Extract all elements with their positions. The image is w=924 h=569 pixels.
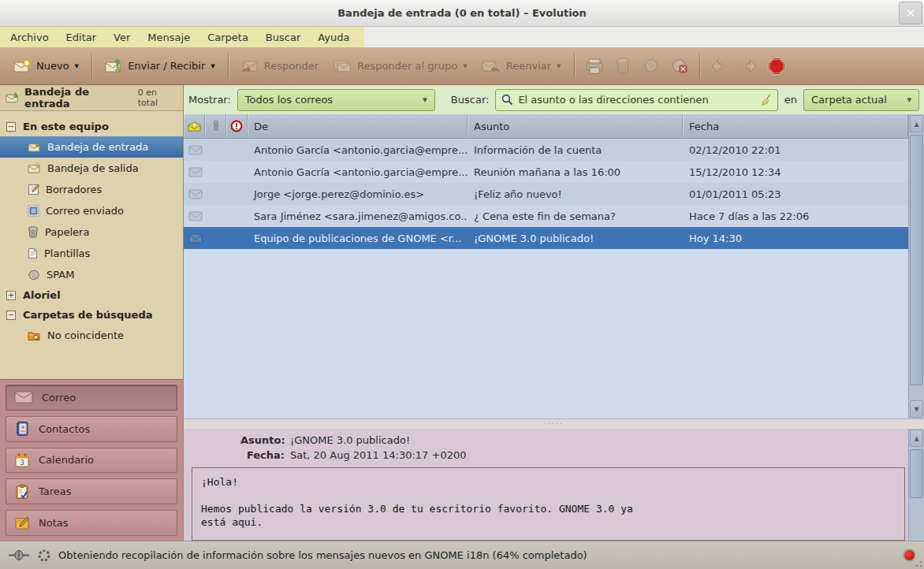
mail-from: Antonio García <antonio.garcia@empre... xyxy=(248,144,468,156)
mail-status-cell xyxy=(184,233,248,244)
menu-ver[interactable]: Ver xyxy=(105,27,139,47)
folder-spam[interactable]: SPAM xyxy=(0,264,183,285)
delete-button[interactable] xyxy=(609,52,637,80)
priority-icon xyxy=(230,120,243,132)
folder-label: Papelera xyxy=(45,226,89,238)
folder-papelera[interactable]: Papelera xyxy=(0,221,183,243)
send-receive-button[interactable]: Enviar / Recibir ▾ xyxy=(98,54,222,77)
list-scrollbar[interactable]: ▲ ▼ xyxy=(908,114,924,418)
paperclip-icon xyxy=(211,120,220,132)
menu-carpeta[interactable]: Carpeta xyxy=(199,27,257,47)
printer-icon xyxy=(585,58,604,74)
previous-button[interactable] xyxy=(706,52,734,80)
mail-from: Antonio Gacría <antonio.garcia@empre... xyxy=(248,166,468,178)
pane-splitter[interactable]: ····· xyxy=(184,418,924,429)
scroll-track[interactable] xyxy=(910,448,923,541)
search-folder-icon xyxy=(28,330,41,341)
toolbar-separator xyxy=(91,54,92,78)
show-filter-dropdown[interactable]: Todos los correos ▾ xyxy=(237,89,435,111)
show-filter-value: Todos los correos xyxy=(245,94,333,106)
toolbar-separator xyxy=(574,54,575,78)
mail-row[interactable]: Antonio García <antonio.garcia@empre... … xyxy=(184,139,908,161)
forward-button[interactable]: Reenviar ▾ xyxy=(475,54,568,77)
scroll-track[interactable] xyxy=(910,133,923,400)
envelope-read-icon xyxy=(188,189,203,199)
mail-row-selected[interactable]: Equipo de publicaciones de GNOME <r... ¡… xyxy=(184,227,908,249)
in-label: en xyxy=(784,94,797,106)
folder-correo-enviado[interactable]: Correo enviado xyxy=(0,200,183,221)
reply-group-button[interactable]: Responder al grupo ▾ xyxy=(326,54,475,77)
not-junk-button[interactable] xyxy=(665,52,694,80)
print-button[interactable] xyxy=(580,52,609,80)
mail-from: Equipo de publicaciones de GNOME <r... xyxy=(248,232,468,244)
reply-group-label: Responder al grupo xyxy=(357,60,457,72)
folder-plantillas[interactable]: Plantillas xyxy=(0,243,183,264)
column-header-fecha[interactable]: Fecha xyxy=(683,114,908,138)
expander-open-icon[interactable]: − xyxy=(6,311,16,320)
search-label: Buscar: xyxy=(451,94,490,106)
scope-dropdown[interactable]: Carpeta actual ▾ xyxy=(803,89,919,111)
next-button[interactable] xyxy=(734,52,762,80)
mail-view: Mostrar: Todos los correos ▾ Buscar: en … xyxy=(184,85,924,541)
scroll-thumb[interactable] xyxy=(910,135,923,385)
menu-buscar[interactable]: Buscar xyxy=(257,27,309,47)
stop-button[interactable] xyxy=(762,52,791,80)
expander-open-icon[interactable]: − xyxy=(6,122,16,132)
close-button[interactable]: ✕ xyxy=(899,2,922,24)
mail-row[interactable]: Sara Jiménez <sara.jimenez@amigos.co... … xyxy=(184,205,908,227)
menu-archivo[interactable]: Archivo xyxy=(2,27,58,47)
junk-icon xyxy=(643,58,659,73)
tree-group-local[interactable]: − En este equipo xyxy=(0,117,183,136)
folder-label: Bandeja de salida xyxy=(47,162,139,174)
search-entry xyxy=(495,89,777,111)
folder-borradores[interactable]: Borradores xyxy=(0,179,183,200)
mail-row[interactable]: Antonio Gacría <antonio.garcia@empre... … xyxy=(184,161,908,183)
preview-scrollbar[interactable]: ▲ xyxy=(908,429,924,541)
switcher-tareas[interactable]: Tareas xyxy=(6,478,177,504)
scroll-up-button[interactable]: ▲ xyxy=(910,430,923,447)
online-status-icon[interactable] xyxy=(8,550,30,560)
tree-group-busqueda[interactable]: − Carpetas de búsqueda xyxy=(0,305,183,325)
new-button[interactable]: Nuevo ▾ xyxy=(6,54,86,77)
mail-date: 01/01/2011 05:23 xyxy=(683,188,908,200)
menu-mensaje[interactable]: Mensaje xyxy=(139,27,199,47)
mail-status-cell xyxy=(184,189,248,199)
folder-no-coincidente[interactable]: No coincidente xyxy=(0,325,183,346)
column-label: Fecha xyxy=(689,121,719,132)
tree-group-local-label: En este equipo xyxy=(23,121,109,132)
tree-group-aloriel-label: Aloriel xyxy=(23,289,61,301)
junk-button[interactable] xyxy=(637,52,665,80)
resize-grip[interactable] xyxy=(915,560,922,567)
column-header-de[interactable]: De xyxy=(248,114,468,138)
mail-icon xyxy=(14,391,33,404)
priority-column-header[interactable] xyxy=(226,114,248,138)
scroll-down-button[interactable]: ▼ xyxy=(910,400,923,418)
switcher-calendario[interactable]: 3 Calendario xyxy=(6,448,177,474)
expander-closed-icon[interactable]: + xyxy=(6,291,16,300)
switcher-correo[interactable]: Correo xyxy=(6,385,177,411)
mail-status-cell xyxy=(184,145,248,155)
column-header-asunto[interactable]: Asunto xyxy=(468,114,683,138)
envelope-read-icon xyxy=(188,145,203,155)
status-column-header[interactable] xyxy=(184,114,205,138)
clear-search-broom-icon[interactable] xyxy=(760,94,772,106)
reply-button[interactable]: Responder xyxy=(234,54,326,77)
folder-bandeja-salida[interactable]: Bandeja de salida xyxy=(0,158,183,179)
menu-ayuda[interactable]: Ayuda xyxy=(309,27,358,47)
attachment-column-header[interactable] xyxy=(205,114,226,138)
envelope-read-icon xyxy=(188,167,203,177)
not-junk-icon xyxy=(671,58,688,74)
switcher-notas[interactable]: Notas xyxy=(6,510,177,536)
mail-row[interactable]: Jorge <jorge.perez@dominio.es> ¡Feliz añ… xyxy=(184,183,908,205)
scroll-up-button[interactable]: ▲ xyxy=(910,115,923,132)
preview-subject-row: Asunto: ¡GNOME 3.0 publicado! xyxy=(192,434,905,446)
search-icon[interactable] xyxy=(501,94,513,106)
search-input[interactable] xyxy=(518,94,754,106)
scroll-thumb[interactable] xyxy=(910,449,923,498)
folder-bandeja-entrada[interactable]: Bandeja de entrada xyxy=(0,136,183,158)
folder-tree: − En este equipo Bandeja de entrada Band… xyxy=(0,111,183,379)
switcher-contactos[interactable]: Contactos xyxy=(6,416,177,442)
mail-subject: ¡GNOME 3.0 publicado! xyxy=(468,232,683,244)
menu-editar[interactable]: Editar xyxy=(58,27,106,47)
tree-group-aloriel[interactable]: + Aloriel xyxy=(0,285,183,305)
